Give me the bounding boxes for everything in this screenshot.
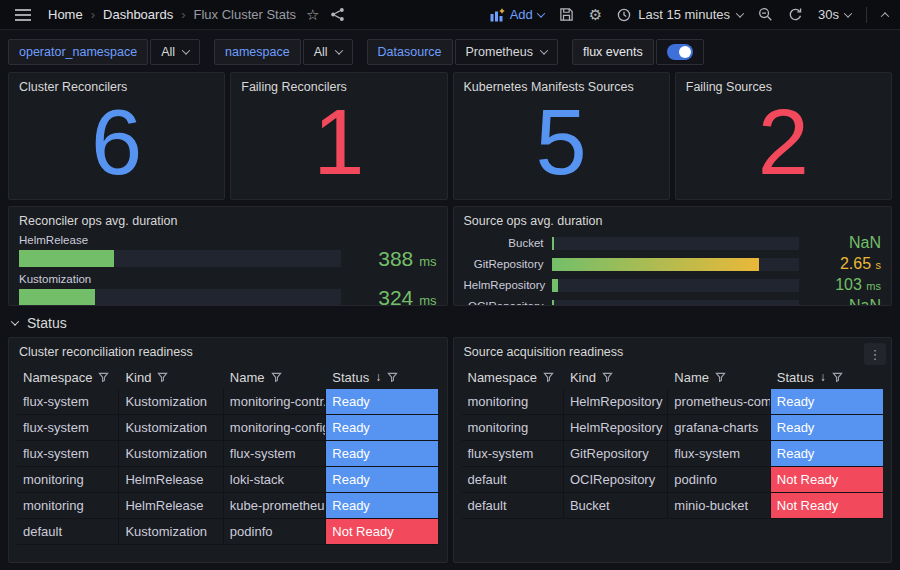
- cell-kind: Kustomization: [119, 389, 223, 415]
- share-icon[interactable]: [330, 7, 345, 22]
- divider: [866, 7, 867, 23]
- variable-datasource: Datasource Prometheus: [367, 39, 558, 65]
- variable-flux-events: flux events: [572, 39, 704, 65]
- filter-icon: [602, 372, 613, 383]
- stat-value: 6: [9, 94, 224, 199]
- cell-status: Ready: [771, 415, 883, 441]
- filter-icon: [387, 372, 398, 383]
- cell-status: Ready: [771, 389, 883, 415]
- cell-name: podinfo: [668, 467, 770, 493]
- panel-source-ops-duration[interactable]: Source ops avg. duration Bucket NaN GitR…: [453, 206, 893, 306]
- cell-name: monitoring-contr...: [224, 389, 326, 415]
- gauges-row: Reconciler ops avg. duration HelmRelease…: [8, 206, 892, 306]
- dashboard-body: Cluster Reconcilers 6 Failing Reconciler…: [0, 72, 900, 563]
- cell-kind: Kustomization: [119, 519, 223, 545]
- stat-value: 5: [454, 94, 669, 199]
- top-nav: Home › Dashboards › Flux Cluster Stats ☆…: [0, 0, 900, 30]
- table-row: monitoring HelmRepository prometheus-com…: [462, 389, 884, 415]
- row-toggle-status[interactable]: Status: [8, 315, 892, 331]
- bar-label: HelmRelease: [19, 234, 437, 246]
- cell-namespace: flux-system: [17, 389, 119, 415]
- panel-source-acquisition-readiness[interactable]: Source acquisition readiness ⋮ Namespace…: [453, 337, 893, 563]
- menu-icon[interactable]: [12, 6, 34, 24]
- bar-gauge: Bucket NaN GitRepository 2.65 s: [454, 228, 892, 306]
- column-header-name[interactable]: Name: [224, 370, 326, 385]
- table-row: flux-system Kustomization monitoring-con…: [17, 389, 439, 415]
- panel-reconciler-ops-duration[interactable]: Reconciler ops avg. duration HelmRelease…: [8, 206, 448, 306]
- panel-title: Cluster reconciliation readiness: [9, 338, 447, 359]
- cell-kind: Bucket: [564, 493, 668, 519]
- variable-value-dropdown[interactable]: All: [303, 39, 353, 65]
- breadcrumb-dashboards[interactable]: Dashboards: [103, 7, 173, 22]
- column-header-kind[interactable]: Kind: [119, 370, 223, 385]
- refresh-icon[interactable]: [788, 7, 803, 22]
- bar-label: Kustomization: [19, 273, 437, 285]
- cell-status: Not Ready: [771, 467, 883, 493]
- bar-gauge-row: Kustomization 324 ms: [19, 273, 437, 306]
- column-header-kind[interactable]: Kind: [564, 370, 668, 385]
- panel-menu-icon[interactable]: ⋮: [864, 343, 886, 365]
- collapse-nav-button[interactable]: [882, 12, 888, 18]
- breadcrumb-home[interactable]: Home: [48, 7, 83, 22]
- table-row: default Kustomization podinfo Not Ready: [17, 519, 439, 545]
- table-row: monitoring HelmRepository grafana-charts…: [462, 415, 884, 441]
- table-row: default OCIRepository podinfo Not Ready: [462, 467, 884, 493]
- cell-namespace: monitoring: [17, 467, 119, 493]
- save-icon[interactable]: [559, 7, 574, 22]
- variable-label: Datasource: [367, 39, 453, 65]
- cell-namespace: monitoring: [462, 389, 564, 415]
- sort-desc-icon: ↓: [820, 370, 826, 384]
- panel-cluster-reconcilers[interactable]: Cluster Reconcilers 6: [8, 72, 225, 200]
- panel-cluster-reconciliation-readiness[interactable]: Cluster reconciliation readiness Namespa…: [8, 337, 448, 563]
- panel-title: Reconciler ops avg. duration: [9, 207, 447, 228]
- filter-icon: [715, 372, 726, 383]
- column-header-namespace[interactable]: Namespace: [17, 370, 119, 385]
- cell-name: prometheus-com...: [668, 389, 770, 415]
- nav-right: Add ⚙ Last 15 minutes 30s: [490, 7, 888, 23]
- cell-status: Ready: [326, 467, 438, 493]
- table-row: flux-system Kustomization flux-system Re…: [17, 441, 439, 467]
- column-header-name[interactable]: Name: [668, 370, 770, 385]
- filter-icon: [98, 372, 109, 383]
- panel-failing-sources[interactable]: Failing Sources 2: [675, 72, 892, 200]
- bar-label: HelmRepository: [464, 279, 544, 291]
- add-button[interactable]: Add: [490, 7, 544, 22]
- chevron-down-icon: [537, 9, 545, 17]
- toggle-switch[interactable]: [667, 44, 693, 60]
- cell-status: Ready: [326, 415, 438, 441]
- table: Namespace Kind Name Status ↓ monitoring …: [462, 365, 884, 519]
- variable-value-dropdown[interactable]: All: [150, 39, 200, 65]
- bar-fill: [19, 250, 114, 267]
- cell-name: podinfo: [224, 519, 326, 545]
- cell-kind: HelmRepository: [564, 415, 668, 441]
- bar-value: NaN: [807, 235, 881, 251]
- variable-value-dropdown[interactable]: Prometheus: [455, 39, 558, 65]
- bar-unit: ms: [866, 280, 881, 292]
- bar-value: NaN: [807, 298, 881, 306]
- column-header-namespace[interactable]: Namespace: [462, 370, 564, 385]
- cell-kind: Kustomization: [119, 415, 223, 441]
- toggle-label: flux events: [572, 39, 654, 65]
- time-range-picker[interactable]: Last 15 minutes: [617, 7, 743, 22]
- panel-kubernetes-manifests-sources[interactable]: Kubernetes Manifests Sources 5: [453, 72, 670, 200]
- column-header-status[interactable]: Status ↓: [326, 370, 438, 385]
- chevron-down-icon: [11, 317, 19, 325]
- panel-failing-reconcilers[interactable]: Failing Reconcilers 1: [230, 72, 447, 200]
- zoom-out-icon[interactable]: [758, 7, 773, 22]
- column-header-status[interactable]: Status ↓: [771, 370, 883, 385]
- bar-gauge-row: GitRepository 2.65 s: [464, 256, 882, 272]
- refresh-interval-picker[interactable]: 30s: [818, 7, 851, 22]
- breadcrumb-current: Flux Cluster Stats: [193, 7, 296, 22]
- gear-icon[interactable]: ⚙: [589, 7, 602, 22]
- bar-gauge-row: Bucket NaN: [464, 235, 882, 251]
- cell-namespace: monitoring: [462, 415, 564, 441]
- chevron-down-icon: [844, 9, 852, 17]
- star-icon[interactable]: ☆: [306, 7, 319, 22]
- row-title: Status: [27, 315, 67, 331]
- flux-events-toggle[interactable]: [656, 39, 704, 65]
- bar-track: [19, 250, 341, 267]
- bar-unit: s: [876, 259, 882, 271]
- chevron-down-icon: [736, 9, 744, 17]
- cell-kind: HelmRelease: [119, 493, 223, 519]
- bar-fill: [552, 279, 559, 292]
